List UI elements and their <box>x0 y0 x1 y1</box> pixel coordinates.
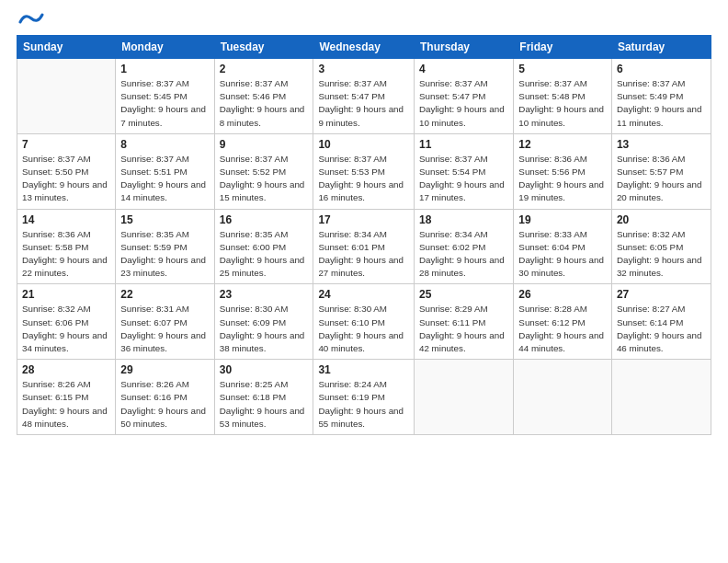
day-cell: 7Sunrise: 8:37 AMSunset: 5:50 PMDaylight… <box>17 133 116 209</box>
day-info: Sunrise: 8:37 AMSunset: 5:49 PMDaylight:… <box>617 77 706 130</box>
day-info: Sunrise: 8:37 AMSunset: 5:50 PMDaylight:… <box>22 153 110 205</box>
col-header-saturday: Saturday <box>611 36 711 59</box>
day-number: 13 <box>617 138 706 151</box>
col-header-thursday: Thursday <box>415 36 514 59</box>
week-row-4: 21Sunrise: 8:32 AMSunset: 6:06 PMDayligh… <box>17 284 711 360</box>
day-cell: 21Sunrise: 8:32 AMSunset: 6:06 PMDayligh… <box>17 284 116 360</box>
day-number: 2 <box>220 63 309 75</box>
day-info: Sunrise: 8:26 AMSunset: 6:15 PMDaylight:… <box>22 378 110 431</box>
day-info: Sunrise: 8:32 AMSunset: 6:05 PMDaylight:… <box>617 228 706 281</box>
day-info: Sunrise: 8:26 AMSunset: 6:16 PMDaylight:… <box>120 378 209 431</box>
day-number: 11 <box>419 138 508 151</box>
day-info: Sunrise: 8:37 AMSunset: 5:48 PMDaylight:… <box>518 77 607 130</box>
day-cell: 31Sunrise: 8:24 AMSunset: 6:19 PMDayligh… <box>313 360 415 435</box>
day-cell: 30Sunrise: 8:25 AMSunset: 6:18 PMDayligh… <box>214 360 313 435</box>
col-header-tuesday: Tuesday <box>214 36 313 59</box>
day-info: Sunrise: 8:30 AMSunset: 6:10 PMDaylight:… <box>318 303 409 355</box>
day-cell <box>415 360 514 435</box>
day-cell: 23Sunrise: 8:30 AMSunset: 6:09 PMDayligh… <box>214 284 313 360</box>
day-cell <box>514 360 612 435</box>
day-info: Sunrise: 8:30 AMSunset: 6:09 PMDaylight:… <box>220 303 309 355</box>
day-number: 12 <box>518 138 607 151</box>
day-cell: 14Sunrise: 8:36 AMSunset: 5:58 PMDayligh… <box>17 209 116 284</box>
day-number: 14 <box>22 213 110 226</box>
day-info: Sunrise: 8:37 AMSunset: 5:45 PMDaylight:… <box>120 77 209 130</box>
day-info: Sunrise: 8:37 AMSunset: 5:54 PMDaylight:… <box>419 153 508 205</box>
day-cell: 8Sunrise: 8:37 AMSunset: 5:51 PMDaylight… <box>116 133 214 209</box>
col-header-wednesday: Wednesday <box>313 36 415 59</box>
day-info: Sunrise: 8:37 AMSunset: 5:52 PMDaylight:… <box>220 153 309 205</box>
day-cell: 3Sunrise: 8:37 AMSunset: 5:47 PMDaylight… <box>313 59 415 134</box>
day-cell: 13Sunrise: 8:36 AMSunset: 5:57 PMDayligh… <box>611 133 711 209</box>
day-cell: 25Sunrise: 8:29 AMSunset: 6:11 PMDayligh… <box>415 284 514 360</box>
day-info: Sunrise: 8:33 AMSunset: 6:04 PMDaylight:… <box>518 228 607 281</box>
day-number: 21 <box>22 288 110 301</box>
day-number: 3 <box>318 63 409 75</box>
day-number: 29 <box>120 363 209 376</box>
day-number: 10 <box>318 138 409 151</box>
day-cell: 22Sunrise: 8:31 AMSunset: 6:07 PMDayligh… <box>116 284 214 360</box>
day-number: 1 <box>120 63 209 75</box>
day-cell: 28Sunrise: 8:26 AMSunset: 6:15 PMDayligh… <box>17 360 116 435</box>
day-info: Sunrise: 8:37 AMSunset: 5:47 PMDaylight:… <box>419 77 508 130</box>
col-header-monday: Monday <box>116 36 214 59</box>
day-info: Sunrise: 8:37 AMSunset: 5:53 PMDaylight:… <box>318 153 409 205</box>
col-header-sunday: Sunday <box>17 36 116 59</box>
day-cell: 10Sunrise: 8:37 AMSunset: 5:53 PMDayligh… <box>313 133 415 209</box>
day-number: 24 <box>318 288 409 301</box>
day-number: 17 <box>318 213 409 226</box>
day-number: 23 <box>220 288 309 301</box>
page: SundayMondayTuesdayWednesdayThursdayFrid… <box>0 0 728 563</box>
day-info: Sunrise: 8:34 AMSunset: 6:01 PMDaylight:… <box>318 228 409 281</box>
day-number: 16 <box>220 213 309 226</box>
day-number: 4 <box>419 63 508 75</box>
day-number: 6 <box>617 63 706 75</box>
day-number: 7 <box>22 138 110 151</box>
day-number: 25 <box>419 288 508 301</box>
day-number: 9 <box>220 138 309 151</box>
day-number: 15 <box>120 213 209 226</box>
week-row-2: 7Sunrise: 8:37 AMSunset: 5:50 PMDaylight… <box>17 133 711 209</box>
day-info: Sunrise: 8:32 AMSunset: 6:06 PMDaylight:… <box>22 303 110 355</box>
day-cell <box>611 360 711 435</box>
day-cell: 4Sunrise: 8:37 AMSunset: 5:47 PMDaylight… <box>415 59 514 134</box>
day-number: 30 <box>220 363 309 376</box>
day-cell: 29Sunrise: 8:26 AMSunset: 6:16 PMDayligh… <box>116 360 214 435</box>
day-cell: 9Sunrise: 8:37 AMSunset: 5:52 PMDaylight… <box>214 133 313 209</box>
col-header-friday: Friday <box>514 36 612 59</box>
day-cell: 20Sunrise: 8:32 AMSunset: 6:05 PMDayligh… <box>611 209 711 284</box>
day-cell: 2Sunrise: 8:37 AMSunset: 5:46 PMDaylight… <box>214 59 313 134</box>
day-number: 26 <box>518 288 607 301</box>
day-number: 8 <box>120 138 209 151</box>
day-number: 28 <box>22 363 110 376</box>
day-cell <box>17 59 116 134</box>
day-cell: 24Sunrise: 8:30 AMSunset: 6:10 PMDayligh… <box>313 284 415 360</box>
day-info: Sunrise: 8:25 AMSunset: 6:18 PMDaylight:… <box>220 378 309 431</box>
day-cell: 18Sunrise: 8:34 AMSunset: 6:02 PMDayligh… <box>415 209 514 284</box>
day-info: Sunrise: 8:31 AMSunset: 6:07 PMDaylight:… <box>120 303 209 355</box>
logo-wave-icon <box>18 9 44 26</box>
day-number: 19 <box>518 213 607 226</box>
day-cell: 15Sunrise: 8:35 AMSunset: 5:59 PMDayligh… <box>116 209 214 284</box>
header <box>17 17 711 26</box>
week-row-1: 1Sunrise: 8:37 AMSunset: 5:45 PMDaylight… <box>17 59 711 134</box>
day-info: Sunrise: 8:35 AMSunset: 6:00 PMDaylight:… <box>220 228 309 281</box>
day-number: 27 <box>617 288 706 301</box>
day-info: Sunrise: 8:28 AMSunset: 6:12 PMDaylight:… <box>518 303 607 355</box>
week-row-3: 14Sunrise: 8:36 AMSunset: 5:58 PMDayligh… <box>17 209 711 284</box>
day-number: 31 <box>318 363 409 376</box>
day-cell: 19Sunrise: 8:33 AMSunset: 6:04 PMDayligh… <box>514 209 612 284</box>
day-cell: 1Sunrise: 8:37 AMSunset: 5:45 PMDaylight… <box>116 59 214 134</box>
calendar: SundayMondayTuesdayWednesdayThursdayFrid… <box>17 35 711 435</box>
day-number: 20 <box>617 213 706 226</box>
day-info: Sunrise: 8:29 AMSunset: 6:11 PMDaylight:… <box>419 303 508 355</box>
day-cell: 11Sunrise: 8:37 AMSunset: 5:54 PMDayligh… <box>415 133 514 209</box>
day-info: Sunrise: 8:24 AMSunset: 6:19 PMDaylight:… <box>318 378 409 431</box>
day-info: Sunrise: 8:27 AMSunset: 6:14 PMDaylight:… <box>617 303 706 355</box>
week-row-5: 28Sunrise: 8:26 AMSunset: 6:15 PMDayligh… <box>17 360 711 435</box>
day-info: Sunrise: 8:37 AMSunset: 5:47 PMDaylight:… <box>318 77 409 130</box>
day-number: 5 <box>518 63 607 75</box>
day-info: Sunrise: 8:36 AMSunset: 5:56 PMDaylight:… <box>518 153 607 205</box>
day-cell: 16Sunrise: 8:35 AMSunset: 6:00 PMDayligh… <box>214 209 313 284</box>
day-number: 22 <box>120 288 209 301</box>
